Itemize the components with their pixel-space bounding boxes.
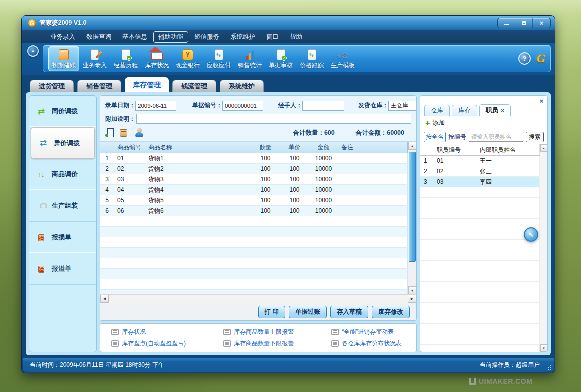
tab-system-maintenance[interactable]: 系统维护 <box>220 80 264 92</box>
sidebar-item-assembly[interactable]: 生产组装 <box>29 190 96 222</box>
link-inventory-status[interactable]: 库存状况 <box>111 328 223 336</box>
tab-inventory[interactable]: 库存 <box>452 105 477 116</box>
scroll-down-icon[interactable]: ▼ <box>408 286 416 294</box>
help-button[interactable]: ? <box>518 52 531 65</box>
toolbar-item-sales-stats[interactable]: 销售统计 <box>234 46 265 72</box>
note-input[interactable] <box>136 114 411 124</box>
link-stocktake[interactable]: 库存盘点(自动盘盈盘亏) <box>111 340 223 348</box>
add-staff-button[interactable]: + 添加 <box>420 116 547 130</box>
pencil-doc-icon <box>91 50 99 60</box>
close-icon: × <box>540 20 543 27</box>
scroll-up-icon[interactable]: ▲ <box>540 144 547 152</box>
link-almighty-change-report[interactable]: “全能”进销存变动表 <box>331 328 412 336</box>
minimize-icon <box>504 24 509 26</box>
close-tab-icon[interactable]: × <box>501 108 504 114</box>
doc-no-input[interactable] <box>222 101 263 111</box>
menu-item-sms-service[interactable]: 短信服务 <box>189 32 224 43</box>
menu-item-business-entry[interactable]: 业务录入 <box>45 32 80 43</box>
building-icon[interactable] <box>107 128 114 138</box>
warehouse-input[interactable] <box>388 101 417 111</box>
scroll-right-icon[interactable]: ▶ <box>408 295 416 303</box>
items-table-vscrollbar[interactable]: ▲ ▼ <box>408 142 416 294</box>
table-row[interactable]: 505货物510010010000 <box>100 196 408 206</box>
table-row[interactable]: 202张三 <box>420 166 540 177</box>
tab-staff[interactable]: 职员× <box>479 104 511 116</box>
warehouse-label: 发货仓库： <box>358 102 388 110</box>
discard-changes-button[interactable]: 废弃修改 <box>372 306 410 318</box>
sidebar-item-diff-price-transfer[interactable]: ⇄ 异价调拨 <box>31 128 95 159</box>
table-row[interactable]: 101货物110010010000 <box>100 154 408 164</box>
scrollbar-thumb[interactable] <box>409 152 416 262</box>
module-tabs: 进货管理 销售管理 库存管理 钱流管理 系统维护 <box>22 76 555 92</box>
toolbar-item-receivable-payable[interactable]: ⇆ 应收应付 <box>203 46 234 72</box>
sidebar-item-loss-report[interactable]: 损 报损单 <box>29 222 96 254</box>
lookup-panel: × 仓库 库存 职员× + 添加 按全名 按编号 搜索 <box>420 96 548 352</box>
scroll-up-icon[interactable]: ▲ <box>408 142 416 150</box>
resize-grip-icon[interactable] <box>547 365 552 370</box>
toolbar-item-price-tracking[interactable]: ⇆ 价格跟踪 <box>296 46 327 72</box>
date-input[interactable] <box>135 101 176 111</box>
items-table-hscrollbar[interactable]: ◀ ▶ <box>100 294 416 303</box>
search-by-code-toggle[interactable]: 按编号 <box>448 133 466 142</box>
table-row[interactable]: 303李四 <box>420 177 540 188</box>
toolbar-item-inventory-status[interactable]: 库存状况 <box>141 46 172 72</box>
cursor-pointer-icon: ↖ <box>524 228 538 242</box>
scroll-left-icon[interactable]: ◀ <box>100 295 109 303</box>
basket-icon[interactable] <box>120 130 127 137</box>
reprice-arrows-icon: ↑↓ <box>35 170 47 179</box>
table-row[interactable]: 202货物210010010000 <box>100 164 408 174</box>
menu-item-window[interactable]: 窗口 <box>261 32 284 43</box>
title-bar[interactable]: G 管家婆2009 V1.0 × <box>22 16 555 30</box>
panel-close-icon[interactable]: × <box>539 98 543 105</box>
search-by-name-toggle[interactable]: 按全名 <box>424 132 446 142</box>
link-warehouse-distribution[interactable]: 各仓库库存分布状况表 <box>331 340 412 348</box>
collapse-toolbar-button[interactable]: ▲ <box>27 46 39 57</box>
table-row-empty <box>100 227 408 238</box>
toolbar-item-cash-bank[interactable]: ¥ 现金银行 <box>172 46 203 72</box>
table-row[interactable]: 404货物410010010000 <box>100 185 408 196</box>
toolbar-item-initial-setup[interactable]: 初期建账 <box>48 46 79 72</box>
table-row[interactable]: 101王一 <box>420 156 540 166</box>
handler-input[interactable] <box>302 101 344 111</box>
table-row[interactable]: 303货物310010010000 <box>100 174 408 185</box>
print-button[interactable]: 打 印 <box>258 306 285 318</box>
transfer-diff-icon: ⇄ <box>37 138 49 148</box>
tab-sales-mgmt[interactable]: 销售管理 <box>77 80 121 92</box>
sidebar: ⇄ 同价调拨 ⇄ 异价调拨 ↑↓ 商品调价 生产组装 <box>29 96 97 352</box>
staff-name-input[interactable] <box>469 132 523 142</box>
sidebar-item-same-price-transfer[interactable]: ⇄ 同价调拨 <box>29 96 96 128</box>
gears-icon: ⚙⚙ <box>337 52 348 60</box>
sidebar-item-overflow-report[interactable]: 溢 报溢单 <box>29 254 96 285</box>
menu-item-data-query[interactable]: 数据查询 <box>81 32 116 43</box>
minimize-button[interactable] <box>498 18 515 28</box>
maximize-button[interactable] <box>515 18 533 28</box>
tab-inventory-mgmt[interactable]: 库存管理 <box>125 78 169 92</box>
person-icon[interactable] <box>135 128 144 138</box>
tab-warehouse[interactable]: 仓库 <box>424 105 450 116</box>
note-label: 附加说明： <box>105 115 135 124</box>
scroll-down-icon[interactable]: ▼ <box>540 344 547 352</box>
menu-item-system-maintenance[interactable]: 系统维护 <box>225 32 260 43</box>
lookup-tabs: 仓库 库存 职员× <box>420 96 547 116</box>
post-voucher-button[interactable]: 单据过账 <box>289 306 327 318</box>
toolbar-item-business-entry[interactable]: 业务录入 <box>79 46 110 72</box>
link-lower-limit-alert[interactable]: 库存商品数量下限报警 <box>223 340 331 348</box>
toolbar-item-doc-audit[interactable]: ✓ 单据审核 <box>265 46 296 72</box>
action-button-row: 打 印 单据过账 存入草稿 废弃修改 <box>100 303 416 320</box>
totals: 合计数量：600 合计金额：60000 <box>293 129 411 138</box>
link-upper-limit-alert[interactable]: 库存商品数量上限报警 <box>223 328 331 336</box>
toolbar-item-production-template[interactable]: ⚙⚙ 生产模板 <box>327 46 358 72</box>
table-row[interactable]: 606货物610010010000 <box>100 206 408 216</box>
staff-table: 职员编号 内部职员姓名 101王一202张三303李四 ▲ ▼ ↖ <box>420 144 547 352</box>
toolbar-item-business-history[interactable]: ● 经营历程 <box>110 46 141 72</box>
menu-item-basic-info[interactable]: 基本信息 <box>117 32 152 43</box>
tab-purchase-mgmt[interactable]: 进货管理 <box>30 80 74 92</box>
search-button[interactable]: 搜索 <box>526 132 544 142</box>
staff-table-vscrollbar[interactable]: ▲ ▼ <box>540 144 547 352</box>
menu-item-aux-functions[interactable]: 辅助功能 <box>153 32 188 43</box>
close-button[interactable]: × <box>533 18 550 28</box>
save-draft-button[interactable]: 存入草稿 <box>330 306 368 318</box>
sidebar-item-reprice[interactable]: ↑↓ 商品调价 <box>29 159 96 190</box>
tab-cashflow-mgmt[interactable]: 钱流管理 <box>172 80 216 92</box>
menu-item-help[interactable]: 帮助 <box>285 32 307 43</box>
